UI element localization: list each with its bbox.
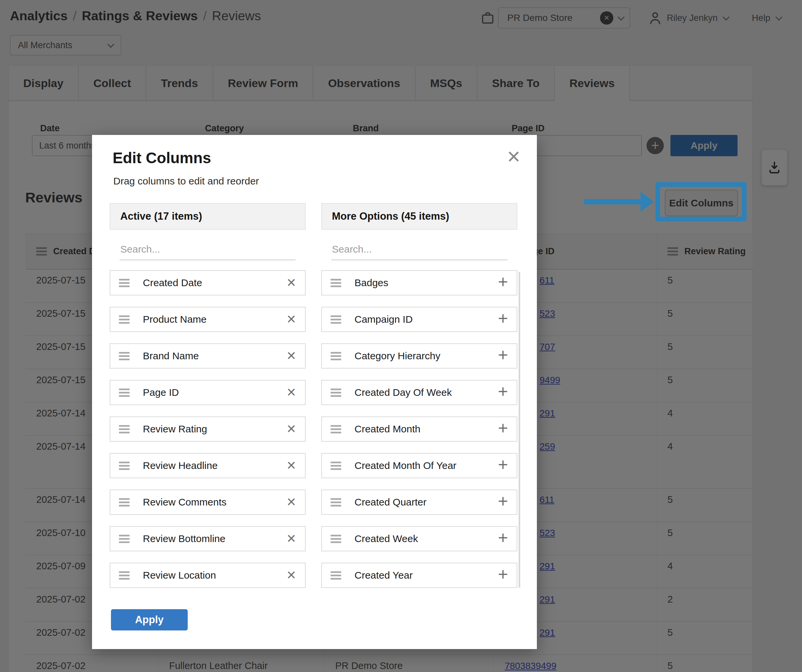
column-item-review-bottomline[interactable]: Review Bottomline✕ <box>110 526 306 551</box>
modal-subtitle: Drag columns to edit and reorder <box>113 175 259 187</box>
remove-column-icon[interactable]: ✕ <box>286 460 296 471</box>
drag-handle-icon <box>119 352 129 360</box>
column-item-label: Review Location <box>143 570 216 581</box>
remove-column-icon[interactable]: ✕ <box>286 569 296 581</box>
drag-handle-icon <box>119 461 129 470</box>
drag-handle-icon <box>119 498 129 507</box>
column-item-review-comments[interactable]: Review Comments✕ <box>110 489 306 515</box>
column-item-review-rating[interactable]: Review Rating✕ <box>110 416 306 442</box>
column-item-created-month[interactable]: Created Month+ <box>321 416 517 442</box>
add-column-icon[interactable]: + <box>498 456 508 473</box>
column-item-label: Review Rating <box>143 423 207 435</box>
annotation-arrow <box>584 199 645 204</box>
drag-handle-icon <box>331 389 341 397</box>
remove-column-icon[interactable]: ✕ <box>286 313 296 325</box>
column-item-label: Page ID <box>143 387 179 398</box>
column-item-campaign-id[interactable]: Campaign ID+ <box>321 307 517 332</box>
column-item-created-week[interactable]: Created Week+ <box>321 526 517 551</box>
annotation-arrow-head-icon <box>640 192 654 212</box>
drag-handle-icon <box>331 535 341 543</box>
column-item-label: Brand Name <box>143 350 199 361</box>
drag-handle-icon <box>331 425 341 433</box>
active-columns-list: Created Date✕Product Name✕Brand Name✕Pag… <box>110 270 306 588</box>
column-item-created-date[interactable]: Created Date✕ <box>110 270 306 295</box>
modal-apply-button[interactable]: Apply <box>111 609 188 630</box>
column-item-label: Created Date <box>143 277 202 288</box>
scrollbar[interactable] <box>519 272 520 588</box>
column-item-label: Created Day Of Week <box>354 387 452 398</box>
drag-handle-icon <box>331 461 341 470</box>
column-item-created-quarter[interactable]: Created Quarter+ <box>321 489 517 515</box>
drag-handle-icon <box>119 279 129 287</box>
remove-column-icon[interactable]: ✕ <box>286 350 296 362</box>
more-panel-title: More Options (45 items) <box>321 203 517 230</box>
drag-handle-icon <box>119 535 129 543</box>
remove-column-icon[interactable]: ✕ <box>286 496 296 508</box>
remove-column-icon[interactable]: ✕ <box>286 533 296 545</box>
remove-column-icon[interactable]: ✕ <box>286 277 296 289</box>
add-column-icon[interactable]: + <box>498 566 508 583</box>
more-panel-search-input[interactable] <box>331 241 507 260</box>
add-column-icon[interactable]: + <box>498 310 508 327</box>
column-item-label: Review Comments <box>143 497 226 508</box>
add-column-icon[interactable]: + <box>498 346 508 364</box>
column-item-page-id[interactable]: Page ID✕ <box>110 380 306 405</box>
column-item-review-headline[interactable]: Review Headline✕ <box>110 453 306 478</box>
drag-handle-icon <box>331 279 341 287</box>
column-item-label: Created Month <box>354 423 420 435</box>
add-column-icon[interactable]: + <box>498 529 508 546</box>
column-item-review-location[interactable]: Review Location✕ <box>110 563 306 588</box>
column-item-label: Review Bottomline <box>143 533 225 544</box>
active-panel-title: Active (17 items) <box>110 203 306 230</box>
drag-handle-icon <box>119 425 129 433</box>
column-item-label: Created Week <box>354 533 418 544</box>
column-item-label: Created Month Of Year <box>354 460 456 471</box>
drag-handle-icon <box>119 571 129 580</box>
column-item-label: Created Year <box>354 570 412 581</box>
column-item-label: Review Headline <box>143 460 218 471</box>
column-item-badges[interactable]: Badges+ <box>321 270 517 295</box>
drag-handle-icon <box>119 389 129 397</box>
column-item-label: Product Name <box>143 314 207 325</box>
column-item-label: Category Hierarchy <box>354 350 440 361</box>
column-item-brand-name[interactable]: Brand Name✕ <box>110 343 306 369</box>
column-item-created-day-of-week[interactable]: Created Day Of Week+ <box>321 380 517 405</box>
add-column-icon[interactable]: + <box>498 492 508 510</box>
modal-title: Edit Columns <box>113 149 211 167</box>
column-item-created-year[interactable]: Created Year+ <box>321 563 517 588</box>
add-column-icon[interactable]: + <box>498 419 508 437</box>
annotation-highlight-box <box>655 182 747 221</box>
active-columns-panel: Active (17 items) Created Date✕Product N… <box>110 203 306 599</box>
column-item-product-name[interactable]: Product Name✕ <box>110 307 306 332</box>
more-options-panel: More Options (45 items) Badges+Campaign … <box>321 203 517 599</box>
column-item-created-month-of-year[interactable]: Created Month Of Year+ <box>321 453 517 478</box>
drag-handle-icon <box>331 498 341 507</box>
column-item-label: Campaign ID <box>354 314 412 325</box>
more-options-list: Badges+Campaign ID+Category Hierarchy+Cr… <box>321 270 517 588</box>
column-item-category-hierarchy[interactable]: Category Hierarchy+ <box>321 343 517 369</box>
column-item-label: Badges <box>354 277 388 288</box>
drag-handle-icon <box>331 571 341 580</box>
column-item-label: Created Quarter <box>354 497 427 508</box>
drag-handle-icon <box>331 316 341 324</box>
remove-column-icon[interactable]: ✕ <box>286 387 296 398</box>
edit-columns-modal: ✕ Edit Columns Drag columns to edit and … <box>92 135 537 649</box>
remove-column-icon[interactable]: ✕ <box>286 423 296 435</box>
add-column-icon[interactable]: + <box>498 383 508 400</box>
drag-handle-icon <box>119 316 129 324</box>
add-column-icon[interactable]: + <box>498 273 508 290</box>
close-icon[interactable]: ✕ <box>506 148 521 165</box>
active-panel-search-input[interactable] <box>120 241 296 260</box>
drag-handle-icon <box>331 352 341 360</box>
